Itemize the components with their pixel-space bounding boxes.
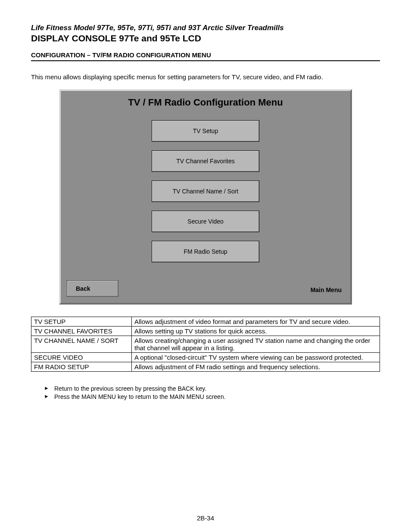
lcd-main-menu-button[interactable]: Main Menu (311, 286, 344, 297)
lcd-button-fm-radio-setup[interactable]: FM Radio Setup (152, 241, 259, 262)
table-row: TV CHANNEL FAVORITES Allows setting up T… (31, 327, 380, 336)
table-key: TV CHANNEL NAME / SORT (31, 336, 132, 353)
table-value: Allows setting up TV stations for quick … (132, 327, 380, 336)
lcd-back-button[interactable]: Back (67, 280, 118, 297)
table-key: SECURE VIDEO (31, 353, 132, 362)
instruction-list: Return to the previous screen by pressin… (31, 385, 380, 401)
lcd-button-tv-channel-favorites[interactable]: TV Channel Favorites (152, 150, 259, 172)
description-table: TV SETUP Allows adjustment of video form… (31, 317, 380, 372)
instruction-item: Return to the previous screen by pressin… (44, 385, 380, 393)
table-value: Allows adjustment of FM radio settings a… (132, 362, 380, 372)
table-key: FM RADIO SETUP (31, 362, 132, 372)
lcd-buttons-column: TV Setup TV Channel Favorites TV Channel… (61, 120, 350, 262)
table-key: TV CHANNEL FAVORITES (31, 327, 132, 336)
lcd-title: TV / FM Radio Configuration Menu (61, 97, 350, 108)
lcd-bottom-bar: Back Main Menu (67, 280, 344, 297)
table-value: A optional "closed-circuit" TV system wh… (132, 353, 380, 362)
table-row: SECURE VIDEO A optional "closed-circuit"… (31, 353, 380, 362)
table-row: FM RADIO SETUP Allows adjustment of FM r… (31, 362, 380, 372)
table-row: TV CHANNEL NAME / SORT Allows creating/c… (31, 336, 380, 353)
table-value: Allows adjustment of video format and pa… (132, 317, 380, 327)
lcd-button-tv-channel-name-sort[interactable]: TV Channel Name / Sort (152, 180, 259, 202)
table-row: TV SETUP Allows adjustment of video form… (31, 317, 380, 327)
table-value: Allows creating/changing a user assigned… (132, 336, 380, 353)
header-title: DISPLAY CONSOLE 97Te and 95Te LCD (31, 33, 380, 44)
lcd-button-secure-video[interactable]: Secure Video (152, 211, 259, 232)
table-key: TV SETUP (31, 317, 132, 327)
lcd-button-tv-setup[interactable]: TV Setup (152, 120, 259, 142)
lcd-panel: TV / FM Radio Configuration Menu TV Setu… (59, 89, 352, 305)
header-supertitle: Life Fitness Model 97Te, 95Te, 97Ti, 95T… (31, 24, 380, 32)
intro-text: This menu allows displaying specific men… (31, 73, 380, 81)
section-heading: CONFIGURATION – TV/FM RADIO CONFIGURATIO… (31, 51, 380, 61)
page-number: 2B-34 (0, 514, 411, 522)
instruction-item: Press the MAIN MENU key to return to the… (44, 393, 380, 401)
